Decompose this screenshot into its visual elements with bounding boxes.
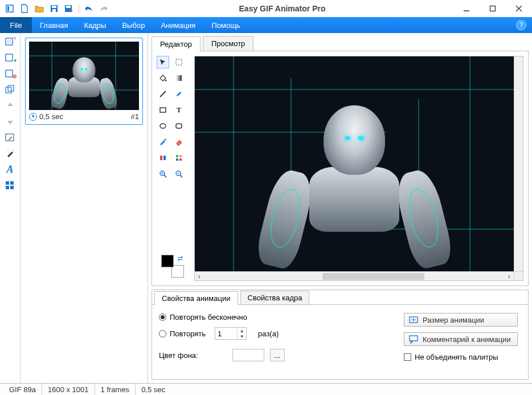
close-button[interactable] [506, 0, 532, 17]
checkbox-icon[interactable] [404, 353, 411, 361]
svg-point-30 [160, 124, 166, 128]
tab-anim-props[interactable]: Свойства анимации [154, 291, 238, 305]
ribbon-file-tab[interactable]: File [0, 17, 32, 33]
label-bg-color: Цвет фона: [159, 351, 198, 360]
swap-colors-icon[interactable]: ⇄ [178, 255, 183, 262]
tab-preview[interactable]: Просмотр [203, 36, 253, 51]
qa-undo-icon[interactable] [83, 2, 95, 15]
scroll-thumb[interactable] [322, 273, 424, 280]
svg-rect-23 [6, 186, 9, 189]
repeat-value[interactable]: 1 [215, 329, 237, 338]
add-blank-frame-icon[interactable]: ● [3, 51, 18, 64]
text-tool-icon[interactable]: A [3, 163, 18, 176]
bg-color-picker-button[interactable]: ... [270, 349, 285, 361]
ribbon-tab-frames[interactable]: Кадры [76, 17, 114, 33]
foreground-color[interactable] [161, 255, 174, 267]
qa-redo-icon[interactable] [97, 2, 110, 15]
label-merge-palettes: Не объединять палитры [415, 353, 498, 361]
spin-down-icon[interactable]: ▼ [238, 333, 246, 339]
tab-editor[interactable]: Редактор [152, 36, 200, 51]
svg-rect-4 [52, 9, 56, 12]
tool-text-icon[interactable]: T [173, 104, 185, 116]
tool-flip-icon[interactable] [157, 152, 169, 164]
merge-palettes-checkbox[interactable]: Не объединять палитры [404, 353, 498, 361]
ribbon-tab-home[interactable]: Главная [32, 17, 76, 33]
tool-zoom-out-icon[interactable] [173, 168, 185, 180]
tool-line-icon[interactable] [157, 88, 169, 100]
tool-gradient-icon[interactable] [173, 72, 185, 84]
titlebar: Easy GIF Animator Pro [0, 0, 532, 17]
status-duration: 0,5 sec [136, 384, 171, 395]
tool-fill-icon[interactable] [157, 72, 169, 84]
tool-pointer-icon[interactable] [157, 56, 169, 68]
effects-icon[interactable] [3, 147, 18, 160]
qa-app-icon[interactable] [3, 2, 16, 15]
tool-rounded-rect-icon[interactable] [173, 120, 185, 132]
svg-rect-31 [176, 124, 182, 128]
svg-rect-21 [6, 181, 9, 185]
tool-marquee-icon[interactable] [173, 56, 185, 68]
help-icon[interactable]: ? [516, 20, 526, 30]
radio-repeat-forever[interactable]: Повторять бесконечно [159, 313, 353, 321]
tool-zoom-in-icon[interactable] [157, 168, 169, 180]
radio-off-icon[interactable] [159, 330, 166, 337]
svg-rect-24 [10, 186, 14, 189]
qa-save-icon[interactable] [48, 2, 60, 15]
tool-brush-icon[interactable] [173, 88, 185, 100]
svg-rect-34 [179, 155, 182, 157]
qa-save-as-icon[interactable] [63, 2, 75, 15]
color-swatch[interactable]: ⇄ [161, 255, 184, 278]
frame-index: #1 [131, 112, 139, 121]
ribbon-tab-animation[interactable]: Анимация [153, 17, 203, 33]
scroll-left-arrow[interactable]: ‹ [195, 272, 204, 281]
label-repeat-forever: Повторять бесконечно [170, 313, 247, 321]
spin-up-icon[interactable]: ▲ [238, 328, 246, 333]
scroll-corner [514, 271, 523, 280]
tab-frame-props[interactable]: Свойства кадра [240, 291, 310, 304]
frame-card[interactable]: 0,5 sec #1 [25, 38, 143, 125]
tool-rectangle-icon[interactable] [157, 104, 169, 116]
tool-eyedropper-icon[interactable] [157, 136, 169, 148]
scroll-right-arrow[interactable]: › [505, 272, 514, 281]
delete-frame-icon[interactable]: ⊘ [3, 67, 18, 80]
horizontal-scrollbar[interactable]: ‹ › [195, 271, 514, 280]
svg-rect-1 [7, 6, 9, 11]
repeat-count-input[interactable]: 1 ▲▼ [215, 327, 247, 340]
tool-palette: T [157, 56, 186, 181]
ribbon-tab-help[interactable]: Помощь [203, 17, 248, 33]
canvas[interactable]: ‹ › [194, 56, 523, 281]
tool-ellipse-icon[interactable] [157, 120, 169, 132]
edit-frame-icon[interactable] [3, 131, 18, 144]
svg-line-42 [180, 175, 182, 177]
maximize-button[interactable] [480, 0, 506, 17]
move-up-icon[interactable] [3, 99, 18, 112]
move-down-icon[interactable] [3, 115, 18, 128]
svg-rect-22 [10, 181, 14, 185]
svg-point-19 [12, 150, 14, 152]
svg-line-28 [160, 91, 166, 97]
qa-open-icon[interactable] [33, 2, 46, 15]
svg-rect-36 [179, 158, 182, 161]
minimize-button[interactable] [453, 0, 480, 17]
frame-thumbnail[interactable] [29, 42, 139, 110]
tool-eraser-icon[interactable] [173, 136, 185, 148]
qa-new-icon[interactable] [18, 2, 31, 15]
bg-color-swatch[interactable] [232, 349, 264, 361]
svg-rect-29 [160, 108, 166, 112]
window-title: Easy GIF Animator Pro [111, 4, 453, 13]
anim-comment-button[interactable]: Комментарий к анимации [404, 332, 518, 346]
ribbon-tab-selection[interactable]: Выбор [114, 17, 153, 33]
anim-comment-label: Комментарий к анимации [423, 335, 511, 344]
anim-size-button[interactable]: Размер анимации [404, 313, 518, 327]
status-type: GIF 89a [3, 384, 42, 395]
manage-frames-icon[interactable] [3, 179, 18, 192]
status-frames: 1 frames [95, 384, 136, 395]
svg-rect-33 [176, 155, 178, 157]
insert-frame-icon[interactable]: + [3, 35, 18, 48]
svg-rect-3 [52, 6, 56, 8]
vertical-scrollbar[interactable] [514, 56, 523, 271]
duplicate-frame-icon[interactable] [3, 83, 18, 96]
tool-color-replace-icon[interactable] [173, 152, 185, 164]
radio-on-icon[interactable] [159, 313, 166, 321]
radio-repeat-n[interactable]: Повторять 1 ▲▼ раз(а) [159, 327, 353, 340]
